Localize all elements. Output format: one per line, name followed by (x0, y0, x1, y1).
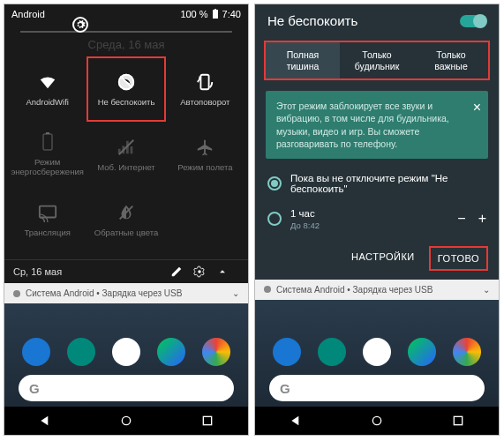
app-gmail[interactable] (112, 338, 140, 366)
phone-left: Android 100 % 7:40 Среда, 16 мая Android… (4, 4, 249, 436)
notification-row[interactable]: Система Android • Зарядка через USB ⌄ (255, 280, 499, 300)
option-one-hour[interactable]: 1 час До 8:42 − + (255, 201, 499, 237)
panel-date-faint: Среда, 16 мая (4, 38, 248, 51)
app-gmail[interactable] (363, 338, 391, 366)
dnd-toggle[interactable] (460, 15, 486, 27)
svg-rect-6 (46, 132, 49, 134)
home-screen: G (255, 300, 499, 435)
airplane-icon (195, 138, 214, 157)
app-play[interactable] (157, 338, 185, 366)
dnd-icon (117, 72, 136, 92)
app-messages[interactable] (318, 338, 346, 366)
google-search-pill[interactable]: G (269, 375, 485, 401)
battery-label: 100 % (180, 9, 207, 19)
home-screen: G (4, 303, 248, 435)
settings-icon[interactable] (193, 265, 216, 278)
svg-rect-1 (214, 9, 216, 10)
app-phone[interactable] (22, 338, 50, 366)
svg-rect-8 (39, 206, 55, 217)
tile-airplane[interactable]: Режим полета (166, 122, 244, 187)
svg-point-10 (198, 270, 201, 273)
invert-colors-icon (117, 203, 136, 222)
svg-rect-14 (454, 416, 462, 424)
nav-recents-icon[interactable] (200, 414, 214, 428)
svg-rect-5 (43, 134, 52, 150)
dnd-info-box: Этот режим заблокирует все звуки и вибра… (266, 91, 488, 159)
status-bar: Android 100 % 7:40 (4, 4, 248, 24)
app-dock (255, 334, 499, 370)
tile-mobile-data[interactable]: Моб. Интернет (87, 122, 165, 187)
app-play[interactable] (408, 338, 436, 366)
nav-back-icon[interactable] (289, 414, 303, 428)
expand-icon[interactable] (216, 265, 239, 278)
dnd-header: Не беспокоить (255, 4, 499, 37)
rotate-icon (195, 72, 214, 92)
tab-alarms-only[interactable]: Только будильник (340, 42, 414, 78)
clock-label: 7:40 (222, 9, 241, 19)
tile-autorotate[interactable]: Автоповорот (166, 56, 244, 122)
quick-settings-panel: Среда, 16 мая AndroidWifi Не беспокоить … (4, 24, 248, 283)
plus-button[interactable]: + (478, 211, 486, 227)
carrier-label: Android (11, 9, 180, 19)
edit-icon[interactable] (170, 265, 193, 278)
svg-rect-12 (203, 416, 211, 424)
qs-grid: AndroidWifi Не беспокоить Автоповорот Ре… (4, 56, 248, 259)
tile-invert-colors[interactable]: Обратные цвета (87, 187, 165, 252)
battery-saver-icon (38, 132, 57, 152)
app-dock (4, 334, 248, 370)
battery-icon (212, 9, 219, 19)
option-until-turn-off[interactable]: Пока вы не отключите режим "Не беспокоит… (255, 166, 499, 201)
svg-rect-0 (213, 10, 218, 19)
svg-rect-4 (201, 74, 209, 89)
minus-button[interactable]: − (457, 211, 465, 227)
done-button[interactable]: ГОТОВО (429, 246, 488, 271)
tile-battery-saver[interactable]: Режим энергосбережения (8, 122, 87, 187)
chevron-down-icon[interactable]: ⌄ (232, 288, 239, 298)
dnd-panel: Не беспокоить Полная тишина Только будил… (255, 4, 499, 280)
nav-recents-icon[interactable] (451, 414, 465, 428)
svg-point-13 (372, 416, 380, 424)
qs-footer: Ср, 16 мая (4, 259, 248, 283)
tab-total-silence[interactable]: Полная тишина (266, 42, 340, 78)
tile-wifi[interactable]: AndroidWifi (8, 56, 87, 122)
google-search-pill[interactable]: G (19, 375, 234, 401)
wifi-icon (38, 72, 57, 92)
navigation-bar (4, 407, 248, 435)
radio-checked-icon (267, 176, 282, 191)
dnd-title: Не беспокоить (267, 13, 460, 28)
tile-cast[interactable]: Трансляция (8, 187, 87, 252)
cast-icon (38, 203, 57, 222)
app-messages[interactable] (67, 338, 95, 366)
android-system-icon (264, 286, 271, 293)
notification-row[interactable]: Система Android • Зарядка через USB ⌄ (4, 283, 248, 303)
nav-home-icon[interactable] (370, 414, 384, 428)
radio-unchecked-icon (267, 212, 282, 226)
tile-dnd[interactable]: Не беспокоить (87, 56, 165, 122)
app-chrome[interactable] (453, 338, 481, 366)
nav-back-icon[interactable] (38, 414, 52, 428)
phone-right: Не беспокоить Полная тишина Только будил… (254, 4, 500, 436)
app-phone[interactable] (273, 338, 301, 366)
navigation-bar (255, 407, 499, 435)
tab-priority-only[interactable]: Только важные (414, 42, 488, 78)
google-g-icon: G (29, 381, 40, 396)
dnd-footer: НАСТРОЙКИ ГОТОВО (255, 237, 499, 280)
close-icon[interactable]: × (473, 98, 481, 117)
dnd-tabs: Полная тишина Только будильник Только ва… (264, 41, 490, 80)
nav-home-icon[interactable] (119, 414, 133, 428)
mobile-data-icon (117, 138, 136, 157)
app-chrome[interactable] (202, 338, 230, 366)
google-g-icon: G (280, 381, 290, 396)
footer-date: Ср, 16 мая (13, 266, 62, 277)
svg-point-11 (122, 416, 130, 424)
android-system-icon (13, 290, 20, 297)
brightness-slider[interactable] (4, 24, 248, 33)
settings-button[interactable]: НАСТРОЙКИ (344, 246, 422, 271)
chevron-down-icon[interactable]: ⌄ (483, 285, 490, 295)
